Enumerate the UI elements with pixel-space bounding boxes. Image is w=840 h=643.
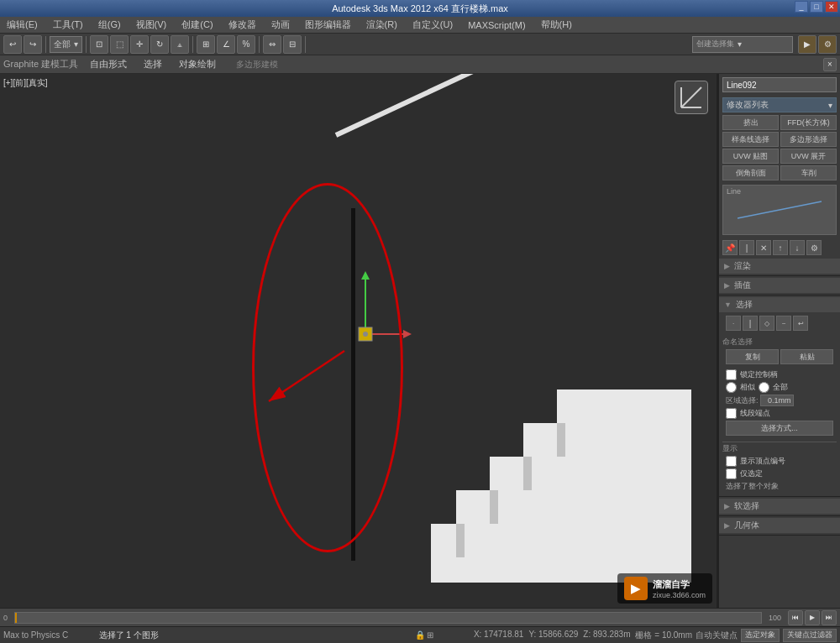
lock-handles-row: 锁定控制柄	[722, 369, 837, 381]
status-message1: 选择了 1 个图形	[99, 630, 159, 641]
copy-selection-button[interactable]: 复制	[726, 349, 779, 364]
selected-only-checkbox[interactable]	[726, 468, 737, 479]
soft-selection-header[interactable]: ▶ 软选择	[719, 499, 840, 514]
area-select-row: 区域选择:	[722, 394, 837, 407]
object-name-field[interactable]: Line092	[722, 77, 837, 92]
x-coord: X: 174718.81	[474, 630, 524, 641]
close-button[interactable]: ✕	[825, 1, 838, 13]
bevel-profile-button[interactable]: 倒角剖面	[722, 165, 779, 180]
menu-edit[interactable]: 编辑(E)	[3, 18, 41, 32]
svg-line-0	[681, 87, 701, 107]
next-frame-button[interactable]: ⏭	[822, 610, 837, 625]
menu-modifier[interactable]: 修改器	[225, 18, 260, 32]
graphite-label: Graphite 建模工具	[3, 58, 78, 71]
viewport-hud-icon	[677, 83, 706, 112]
selected-obj-button[interactable]: 选定对象	[741, 629, 780, 642]
modifier-stack-icons: 📌 | ✕ ↑ ↓ ⚙	[719, 238, 840, 257]
ffd-button[interactable]: FFD(长方体)	[780, 115, 837, 130]
uvw-unwrap-button[interactable]: UVW 展开	[780, 149, 837, 164]
spline-select-button[interactable]: 样条线选择	[722, 132, 779, 147]
move-button[interactable]: ✛	[130, 35, 149, 54]
prev-frame-button[interactable]: ⏮	[788, 610, 803, 625]
angle-snap-button[interactable]: ∠	[217, 35, 235, 54]
selection-section-header[interactable]: ▼ 选择	[719, 297, 840, 312]
menu-customize[interactable]: 自定义(U)	[409, 18, 456, 32]
minimize-button[interactable]: _	[795, 1, 808, 13]
show-result-button[interactable]: |	[739, 240, 754, 255]
play-button[interactable]: ▶	[805, 610, 820, 625]
options-subsection: 锁定控制柄 相似 全部 区域选择: 线段端点 选择方式...	[719, 367, 840, 438]
geometry-section-header[interactable]: ▶ 几何体	[719, 518, 840, 533]
pin-button[interactable]: 📌	[722, 240, 738, 255]
modifier-buttons-row4: 倒角剖面 车削	[719, 165, 840, 181]
select-method-button[interactable]: 选择方式...	[726, 421, 833, 436]
line-preview-box: Line	[722, 185, 837, 235]
menu-maxscript[interactable]: MAXScript(M)	[465, 19, 528, 31]
menu-create[interactable]: 创建(C)	[178, 18, 216, 32]
svg-rect-12	[523, 423, 691, 457]
timeline-track[interactable]	[14, 612, 762, 624]
snap-button[interactable]: ⊞	[197, 35, 215, 54]
uvw-map-button[interactable]: UVW 贴图	[722, 149, 779, 164]
mirror-button[interactable]: ⇔	[263, 35, 281, 54]
modifier-buttons-row3: UVW 贴图 UVW 展开	[719, 148, 840, 165]
named-selection-dropdown[interactable]: 创建选择集 ▾	[692, 36, 793, 53]
align-button[interactable]: ⊟	[283, 35, 302, 54]
move-down-button[interactable]: ↓	[790, 240, 805, 255]
paste-selection-button[interactable]: 粘贴	[780, 349, 833, 364]
interpolation-section-header[interactable]: ▶ 插值	[719, 278, 840, 293]
lock-handles-checkbox[interactable]	[726, 369, 737, 380]
render-expand-icon: ▶	[724, 262, 730, 270]
status-icon2: ⊞	[427, 630, 433, 640]
menu-render[interactable]: 渲染(R)	[363, 18, 401, 32]
oval-annotation	[252, 183, 403, 552]
undo-button[interactable]: ↩	[3, 35, 22, 54]
segment-end-checkbox[interactable]	[726, 408, 737, 419]
render-setup-button[interactable]: ⚙	[818, 35, 837, 54]
menu-help[interactable]: 帮助(H)	[538, 18, 575, 32]
percent-snap-button[interactable]: %	[237, 35, 255, 54]
move-up-button[interactable]: ↑	[773, 240, 788, 255]
redo-button[interactable]: ↪	[24, 35, 42, 54]
rotate-button[interactable]: ↻	[150, 35, 169, 54]
menu-tools[interactable]: 工具(T)	[50, 18, 87, 32]
svg-point-8	[363, 332, 368, 337]
spline-mode-button[interactable]: ◇	[759, 316, 774, 331]
scale-button[interactable]: ⟁	[171, 35, 189, 54]
remove-modifier-button[interactable]: ✕	[756, 240, 771, 255]
extrude-button[interactable]: 挤出	[722, 115, 779, 130]
area-select-input[interactable]	[760, 395, 794, 406]
menu-graph-editor[interactable]: 图形编辑器	[302, 18, 354, 32]
select-region-button[interactable]: ⬚	[110, 35, 129, 54]
graphite-paint[interactable]: 对象绘制	[174, 57, 221, 71]
edge-mode-button[interactable]: |	[743, 316, 758, 331]
diagonal-pole	[335, 74, 581, 138]
graphite-freeform[interactable]: 自由形式	[85, 57, 132, 71]
render-section-header[interactable]: ▶ 渲染	[719, 259, 840, 274]
maximize-button[interactable]: □	[810, 1, 823, 13]
watermark-url: zixue.3d66.com	[653, 591, 706, 599]
viewport[interactable]: [+][前][真实]	[0, 74, 718, 608]
menu-group[interactable]: 组(G)	[95, 18, 124, 32]
config-button[interactable]: ⚙	[806, 240, 822, 255]
vertex-mode-button[interactable]: ·	[726, 316, 741, 331]
return-button[interactable]: ↩	[793, 316, 808, 331]
selection-expand-icon: ▼	[724, 301, 732, 309]
show-vertex-num-checkbox[interactable]	[726, 456, 737, 467]
similar-radio[interactable]	[726, 382, 737, 393]
poly-select-button[interactable]: 多边形选择	[780, 132, 837, 147]
selection-filter-dropdown[interactable]: 全部 ▾	[50, 36, 82, 53]
menu-view[interactable]: 视图(V)	[133, 18, 171, 32]
menu-animation[interactable]: 动画	[268, 18, 293, 32]
modifier-list-dropdown[interactable]: 修改器列表 ▾	[722, 97, 837, 112]
graphite-close-button[interactable]: ×	[823, 58, 837, 71]
select-button[interactable]: ⊡	[90, 35, 108, 54]
render-button[interactable]: ▶	[798, 35, 816, 54]
graphite-select[interactable]: 选择	[139, 57, 167, 71]
all-radio[interactable]	[759, 382, 769, 393]
named-selection-subsection: 命名选择 复制 粘贴	[719, 334, 840, 367]
lathe-button[interactable]: 车削	[780, 165, 837, 180]
curve-button[interactable]: ~	[776, 316, 791, 331]
display-label: 显示	[722, 442, 837, 455]
key-filter-button[interactable]: 关键点过滤器	[783, 629, 837, 642]
